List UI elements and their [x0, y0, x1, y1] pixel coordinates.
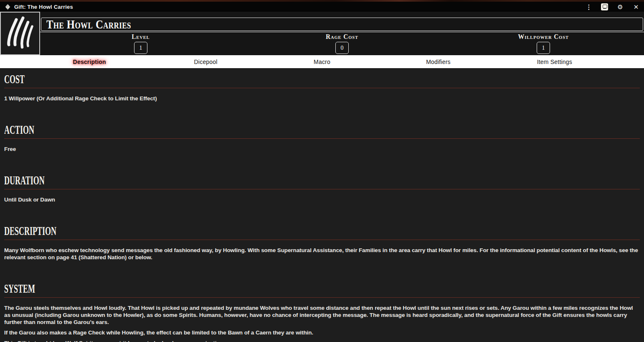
rage-cost-label: Rage Cost: [326, 33, 358, 41]
cost-heading: COST: [4, 75, 640, 88]
system-section: SYSTEM The Garou steels themselves and H…: [4, 284, 640, 342]
item-sheet-header: The Howl Carries Level 1 Rage Cost 0 Wil…: [0, 12, 644, 55]
sheet-config-icon[interactable]: [601, 3, 608, 10]
system-heading: SYSTEM: [4, 284, 640, 298]
rage-cost-input[interactable]: 0: [335, 42, 349, 54]
description-heading: DESCRIPTION: [4, 227, 640, 240]
stat-willpower-cost: Willpower Cost 1: [443, 32, 644, 55]
claw-marks-icon: [4, 15, 36, 51]
system-text-3: This Gift is taught by a Wolf Spirit or …: [4, 339, 640, 342]
app-window: Gift: The Howl Carries ⋮ ⚙ ✕ The Howl Ca…: [0, 0, 644, 342]
description-section: DESCRIPTION Many Wolfborn who eschew tec…: [4, 227, 640, 261]
action-heading: ACTION: [4, 125, 640, 139]
duration-text: Until Dusk or Dawn: [4, 196, 640, 203]
duration-section: DURATION Until Dusk or Dawn: [4, 176, 640, 203]
action-section: ACTION Free: [4, 125, 640, 153]
gem-icon: [4, 3, 11, 10]
titlebar-actions: ⋮ ⚙ ✕: [585, 3, 640, 10]
sheet-tabs: Description Dicepool Macro Modifiers Ite…: [0, 55, 644, 68]
level-label: Level: [132, 33, 150, 41]
system-text-1: The Garou steels themselves and Howl lou…: [4, 304, 640, 326]
window-title: Gift: The Howl Carries: [14, 4, 73, 10]
stat-level: Level 1: [40, 32, 241, 55]
item-image[interactable]: [0, 12, 40, 55]
cost-section: COST 1 Willpower (Or Additional Rage Che…: [4, 75, 640, 102]
action-text: Free: [4, 145, 640, 153]
tab-item-settings[interactable]: Item Settings: [497, 59, 613, 65]
tab-modifiers[interactable]: Modifiers: [380, 59, 496, 65]
tab-dicepool[interactable]: Dicepool: [147, 59, 264, 65]
description-tab-content: COST 1 Willpower (Or Additional Rage Che…: [0, 68, 644, 342]
kebab-menu-icon[interactable]: ⋮: [585, 3, 593, 10]
duration-heading: DURATION: [4, 176, 640, 189]
willpower-cost-input[interactable]: 1: [537, 42, 550, 54]
tab-macro[interactable]: Macro: [264, 59, 380, 65]
tab-description[interactable]: Description: [31, 59, 147, 65]
item-name-text: The Howl Carries: [46, 17, 131, 32]
item-name-field[interactable]: The Howl Carries: [41, 18, 643, 31]
level-input[interactable]: 1: [134, 42, 147, 54]
system-text-2: If the Garou also makes a Rage Check whi…: [4, 329, 640, 336]
item-name-row: The Howl Carries: [40, 18, 644, 32]
description-text: Many Wolfborn who eschew technology send…: [4, 247, 640, 261]
header-fields: The Howl Carries Level 1 Rage Cost 0 Wil…: [40, 12, 644, 55]
cost-text: 1 Willpower (Or Additional Rage Check to…: [4, 95, 640, 102]
close-icon[interactable]: ✕: [632, 3, 640, 10]
settings-gear-icon[interactable]: ⚙: [616, 3, 624, 10]
window-titlebar[interactable]: Gift: The Howl Carries ⋮ ⚙ ✕: [0, 2, 644, 12]
willpower-cost-label: Willpower Cost: [518, 33, 569, 41]
stats-row: Level 1 Rage Cost 0 Willpower Cost 1: [40, 32, 644, 55]
stat-rage-cost: Rage Cost 0: [241, 32, 443, 55]
